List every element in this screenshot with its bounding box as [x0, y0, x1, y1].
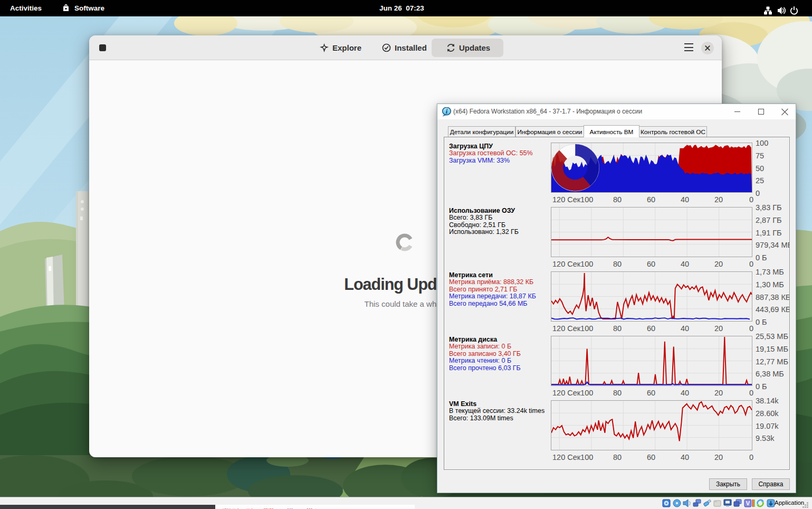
svg-text:i: i [446, 107, 448, 115]
svg-text:V: V [746, 500, 750, 506]
